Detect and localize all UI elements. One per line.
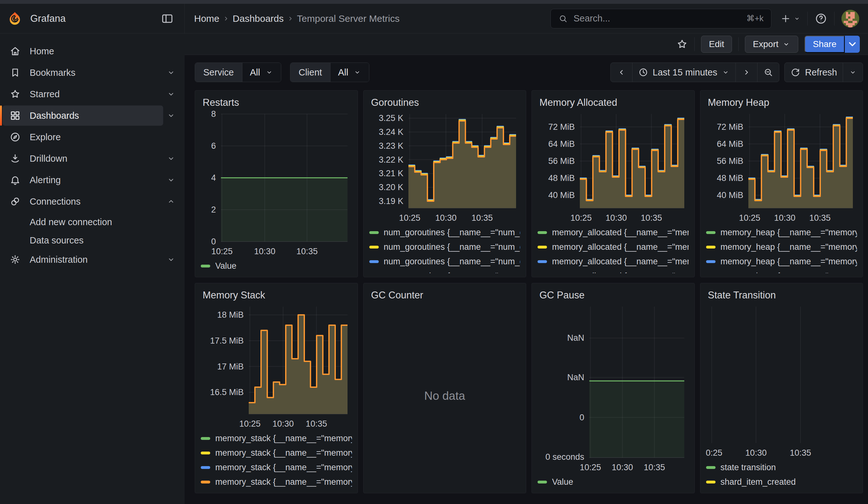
dock-sidebar-icon[interactable] (161, 12, 174, 25)
chevron-up-icon[interactable] (166, 197, 176, 206)
legend-label[interactable]: memory_stack {__name__="memory_s (215, 434, 352, 443)
panel-title[interactable]: GC Counter (371, 290, 520, 301)
legend-label[interactable]: state transition (721, 463, 776, 472)
legend-item: memory_allocated {__name__="memo (538, 225, 689, 240)
legend-label[interactable]: memory_stack {__name__="memory_s (215, 448, 352, 458)
svg-text:72 MiB: 72 MiB (548, 122, 575, 132)
svg-text:16.5 MiB: 16.5 MiB (210, 388, 244, 397)
no-data-message: No data (369, 303, 520, 489)
legend-item: memory_heap {__name__="memory_h (706, 269, 857, 273)
legend-label[interactable]: memory_heap {__name__="memory_h (721, 271, 857, 274)
legend: memory_heap {__name__="memory_h memory_h… (706, 225, 857, 273)
legend-label[interactable]: memory_allocated {__name__="memo (552, 228, 689, 237)
legend-label[interactable]: memory_heap {__name__="memory_h (721, 228, 857, 237)
sidebar-item-home[interactable]: Home (2, 41, 180, 61)
sidebar-item-starred[interactable]: Starred (2, 84, 180, 104)
legend-label[interactable]: shard_item_created (721, 477, 796, 487)
topbar-main: Home Dashboards Temporal Server Metrics … (185, 4, 868, 33)
sidebar-item-add-new-connection[interactable]: Add new connection (2, 213, 180, 231)
dashboard-canvas: Service All Client All (185, 55, 868, 504)
share-button[interactable]: Share (805, 36, 845, 53)
help-icon[interactable] (815, 12, 827, 25)
legend-label[interactable]: memory_heap {__name__="memory_h (721, 257, 857, 267)
topbar: Grafana Home Dashboards Temporal Server … (0, 4, 868, 33)
export-button[interactable]: Export (745, 36, 798, 53)
sidebar-item-drilldown[interactable]: Drilldown (2, 148, 180, 169)
time-range-picker[interactable]: Last 15 minutes (632, 63, 736, 82)
sidebar-item-connections[interactable]: Connections (2, 192, 180, 212)
legend-label[interactable]: memory_stack {__name__="memory_s (215, 477, 352, 487)
zoom-out-button[interactable] (757, 63, 779, 82)
chevron-down-icon[interactable] (166, 68, 176, 78)
chevron-down-icon[interactable] (166, 89, 176, 99)
legend-item: shard_item_created (706, 475, 857, 489)
chevron-down-icon (265, 68, 273, 76)
sidebar-item-dashboards[interactable]: Dashboards (2, 105, 180, 126)
sidebar-item-administration[interactable]: Administration (2, 249, 180, 270)
dashboard-actions-bar: Edit Export Share (185, 33, 868, 55)
legend-item: memory_stack {__name__="memory_s (201, 431, 352, 445)
divider (694, 37, 695, 51)
legend-label[interactable]: num_goroutines {__name__="num_go (384, 228, 520, 237)
search-icon (558, 14, 568, 23)
svg-text:48 MiB: 48 MiB (548, 173, 575, 183)
search-shortcut: ⌘+k (746, 13, 764, 23)
panel-title[interactable]: Memory Stack (203, 290, 352, 301)
panel-title[interactable]: Memory Heap (708, 97, 857, 108)
legend-label[interactable]: memory_allocated {__name__="memo (552, 257, 689, 267)
svg-text:0: 0 (579, 413, 584, 422)
filter-bar: Service All Client All (185, 55, 868, 82)
legend-label[interactable]: memory_heap {__name__="memory_h (721, 242, 857, 252)
panel-title[interactable]: Restarts (203, 97, 352, 108)
legend-label[interactable]: num_goroutines {__name__="num_go (384, 271, 520, 274)
legend-swatch (538, 481, 547, 483)
service-filter-value[interactable]: All (242, 63, 281, 82)
sidebar-item-data-sources[interactable]: Data sources (2, 231, 180, 249)
legend-swatch (201, 466, 210, 469)
refresh-button[interactable]: Refresh (785, 63, 843, 82)
time-shift-back-button[interactable] (611, 63, 632, 82)
panel-title[interactable]: GC Pause (539, 290, 689, 301)
legend-swatch (201, 437, 210, 440)
chevron-down-icon[interactable] (166, 255, 176, 264)
breadcrumb-dashboards[interactable]: Dashboards (232, 13, 284, 24)
chevron-down-icon[interactable] (166, 111, 176, 120)
favorite-star-icon[interactable] (676, 38, 688, 50)
legend-label[interactable]: memory_allocated {__name__="memo (552, 271, 689, 274)
share-menu-button[interactable] (845, 36, 860, 53)
panel-title[interactable]: Memory Allocated (539, 97, 689, 108)
refresh-interval-button[interactable] (843, 63, 862, 82)
breadcrumb: Home Dashboards Temporal Server Metrics (194, 13, 400, 24)
new-button[interactable] (780, 13, 800, 24)
avatar[interactable] (841, 10, 859, 28)
client-filter-value[interactable]: All (330, 63, 369, 82)
chevron-down-icon[interactable] (166, 154, 176, 163)
svg-text:10:25: 10:25 (570, 213, 592, 223)
legend-item: memory_stack {__name__="memory_s (201, 475, 352, 489)
sidebar-item-alerting[interactable]: Alerting (2, 170, 180, 190)
sidebar-item-bookmarks[interactable]: Bookmarks (2, 63, 180, 83)
breadcrumb-home[interactable]: Home (194, 13, 219, 24)
legend-swatch (201, 265, 210, 267)
panel-title[interactable]: Goroutines (371, 97, 520, 108)
drilldown-icon (9, 153, 21, 164)
legend-label[interactable]: num_goroutines {__name__="num_go (384, 257, 520, 267)
gc-pause-chart: 10:2510:3010:35NaNNaN00 seconds (538, 303, 689, 473)
chevron-down-icon[interactable] (166, 175, 176, 185)
legend-label[interactable]: num_goroutines {__name__="num_go (384, 242, 520, 252)
panel-title[interactable]: State Transition (708, 290, 857, 301)
time-shift-forward-button[interactable] (735, 63, 757, 82)
search-input[interactable]: Search... ⌘+k (550, 9, 772, 28)
connections-plug-icon (9, 196, 21, 207)
edit-button[interactable]: Edit (701, 36, 732, 53)
legend-label[interactable]: memory_stack {__name__="memory_s (215, 463, 352, 472)
legend-item: memory_stack {__name__="memory_s (201, 445, 352, 460)
legend-label[interactable]: Value (552, 477, 573, 487)
divider (738, 37, 738, 51)
sidebar-item-explore[interactable]: Explore (2, 127, 180, 147)
legend-label[interactable]: Value (215, 261, 236, 271)
grafana-logo-icon (8, 11, 22, 26)
legend-label[interactable]: memory_allocated {__name__="memo (552, 242, 689, 252)
svg-text:10:25: 10:25 (706, 448, 723, 457)
legend-item: num_goroutines {__name__="num_go (369, 240, 520, 254)
